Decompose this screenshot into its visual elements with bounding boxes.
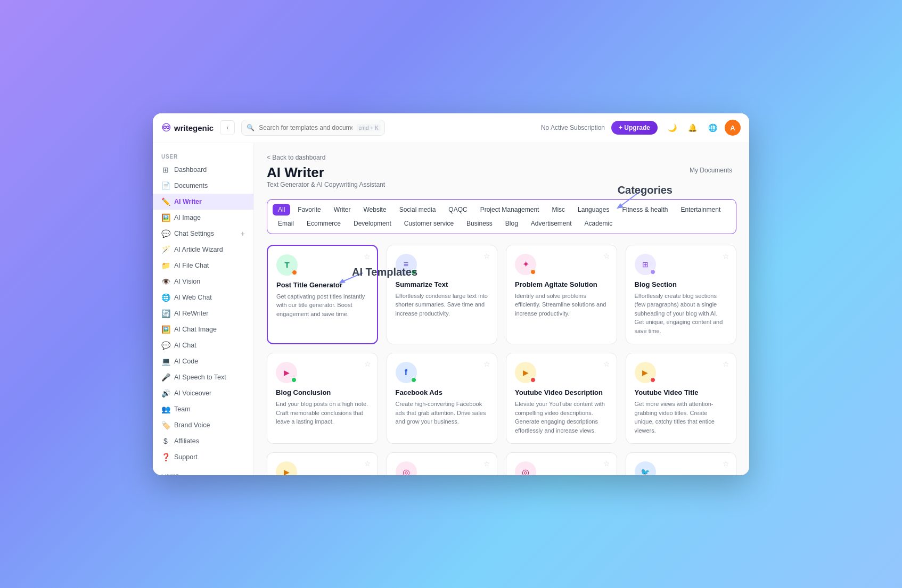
sidebar-item-team[interactable]: 👥 Team [153, 401, 253, 417]
card-icon-instagram-hashtags: ◎ [515, 461, 536, 475]
sidebar-user-label: USER [153, 150, 253, 162]
card-icon-youtube-title: ▶ [635, 362, 656, 383]
sidebar-item-brand-voice[interactable]: 🏷️ Brand Voice [153, 417, 253, 433]
template-card-youtube-video-description[interactable]: ☆ ▶ Youtube Video Description Elevate yo… [506, 353, 617, 444]
template-card-blog-section[interactable]: ☆ ⊞ Blog Section Effortlessly create blo… [626, 245, 737, 345]
sidebar-label-ai-vision: AI Vision [174, 278, 200, 285]
card-desc-blog-conclusion: End your blog posts on a high note. Craf… [276, 400, 369, 426]
ai-chat-image-icon: 🖼️ [161, 325, 170, 334]
categories-bar: All Favorite Writer Website Social media… [267, 199, 736, 234]
template-card-youtube-video-tag[interactable]: ☆ ▶ Youtube Video Tag Improve your YouTu… [267, 452, 378, 475]
template-card-instagram-hashtags[interactable]: ☆ ◎ Instagram Hashtags Boost your Instag… [506, 452, 617, 475]
sidebar-item-ai-writer[interactable]: ✏️ AI Writer [153, 194, 253, 210]
cat-ecommerce[interactable]: Ecommerce [301, 218, 346, 229]
cat-social-media[interactable]: Social media [394, 204, 441, 216]
template-card-instagram-captions[interactable]: ☆ ◎ Instagram Captions Elevate your Inst… [387, 452, 498, 475]
card-icon-letter-summarize-text: ≡ [404, 260, 408, 269]
sidebar-item-dashboard[interactable]: ⊞ Dashboard [153, 162, 253, 178]
sidebar-label-ai-writer: AI Writer [174, 198, 202, 205]
avatar[interactable]: A [725, 120, 741, 136]
card-star-facebook-ads[interactable]: ☆ [483, 360, 490, 368]
cat-favorite[interactable]: Favorite [292, 204, 326, 216]
card-star-youtube-tag[interactable]: ☆ [364, 459, 371, 468]
chat-settings-plus-icon[interactable]: + [241, 229, 245, 238]
cat-writer[interactable]: Writer [329, 204, 356, 216]
template-card-post-title-generator[interactable]: ☆ T Post Title Generator Get captivating… [267, 245, 378, 345]
sidebar: USER ⊞ Dashboard 📄 Documents ✏️ AI Write… [153, 143, 254, 475]
search-bar: 🔍 cmd + K [241, 120, 384, 136]
cat-business[interactable]: Business [461, 218, 498, 229]
ai-rewriter-icon: 🔄 [161, 309, 170, 318]
template-card-blog-conclusion[interactable]: ☆ ▶ Blog Conclusion End your blog posts … [267, 353, 378, 444]
templates-grid: ☆ T Post Title Generator Get captivating… [267, 245, 736, 475]
header-icons: 🌙 🔔 🌐 A [664, 120, 741, 136]
card-star-instagram-hashtags[interactable]: ☆ [603, 459, 610, 468]
card-star-post-title[interactable]: ☆ [364, 252, 371, 261]
card-icon-social-tweet: 🐦 [635, 461, 656, 475]
card-star-summarize-text[interactable]: ☆ [483, 252, 490, 260]
sidebar-item-affiliates[interactable]: $ Affiliates [153, 433, 253, 449]
sidebar-item-ai-file-chat[interactable]: 📁 AI File Chat [153, 258, 253, 274]
card-icon-dot-summarize-text [411, 269, 416, 275]
sidebar-label-ai-code: AI Code [174, 358, 198, 365]
dashboard-icon: ⊞ [161, 165, 170, 174]
template-card-facebook-ads[interactable]: ☆ f Facebook Ads Create high-converting … [387, 353, 498, 444]
template-card-youtube-video-title[interactable]: ☆ ▶ Youtube Video Title Get more views w… [626, 353, 737, 444]
sidebar-item-chat-settings[interactable]: 💬 Chat Settings + [153, 226, 253, 242]
sidebar-item-ai-chat-image[interactable]: 🖼️ AI Chat Image [153, 321, 253, 337]
cat-advertisement[interactable]: Advertisement [526, 218, 577, 229]
sidebar-item-support[interactable]: ❓ Support [153, 449, 253, 465]
card-star-youtube-desc[interactable]: ☆ [603, 360, 610, 368]
sidebar-label-ai-image: AI Image [174, 214, 201, 221]
cat-email[interactable]: Email [273, 218, 299, 229]
card-star-blog-section[interactable]: ☆ [723, 252, 729, 260]
cat-academic[interactable]: Academic [579, 218, 618, 229]
cat-development[interactable]: Development [348, 218, 397, 229]
sidebar-item-documents[interactable]: 📄 Documents [153, 178, 253, 194]
dark-mode-button[interactable]: 🌙 [664, 120, 680, 136]
sidebar-item-ai-code[interactable]: 💻 AI Code [153, 353, 253, 369]
my-documents-button[interactable]: My Documents [685, 164, 736, 176]
sidebar-item-ai-image[interactable]: 🖼️ AI Image [153, 210, 253, 226]
card-title-youtube-desc: Youtube Video Description [515, 388, 608, 396]
sidebar-item-ai-article-wizard[interactable]: 🪄 AI Article Wizard [153, 242, 253, 258]
back-link[interactable]: < Back to dashboard [267, 154, 736, 161]
cat-entertainment[interactable]: Entertainment [676, 204, 726, 216]
cat-blog[interactable]: Blog [500, 218, 523, 229]
card-title-problem-agitate: Problem Agitate Solution [515, 280, 608, 288]
sidebar-item-ai-chat[interactable]: 💬 AI Chat [153, 337, 253, 353]
globe-button[interactable]: 🌐 [704, 120, 720, 136]
template-card-problem-agitate-solution[interactable]: ☆ ✦ Problem Agitate Solution Identify an… [506, 245, 617, 345]
card-desc-facebook-ads: Create high-converting Facebook ads that… [396, 400, 489, 426]
upgrade-button[interactable]: + Upgrade [611, 121, 658, 135]
sidebar-item-ai-speech-to-text[interactable]: 🎤 AI Speech to Text [153, 369, 253, 385]
cat-misc[interactable]: Misc [546, 204, 570, 216]
card-star-youtube-title[interactable]: ☆ [723, 360, 729, 368]
cat-website[interactable]: Website [358, 204, 391, 216]
sidebar-label-documents: Documents [174, 182, 208, 189]
card-star-instagram-captions[interactable]: ☆ [483, 459, 490, 468]
card-star-problem-agitate[interactable]: ☆ [603, 252, 610, 260]
sidebar-item-ai-web-chat[interactable]: 🌐 AI Web Chat [153, 289, 253, 305]
ai-chat-icon: 💬 [161, 341, 170, 350]
template-card-summarize-text[interactable]: ☆ ≡ Summarize Text Effortlessly condense… [387, 245, 498, 345]
card-star-social-tweet[interactable]: ☆ [723, 459, 729, 468]
cat-qaqc[interactable]: QAQC [443, 204, 472, 216]
cat-project-management[interactable]: Project Management [475, 204, 545, 216]
card-icon-blog-section: ⊞ [635, 254, 656, 275]
card-title-youtube-title: Youtube Video Title [635, 388, 728, 396]
sidebar-item-ai-vision[interactable]: 👁️ AI Vision [153, 274, 253, 289]
card-star-blog-conclusion[interactable]: ☆ [364, 360, 371, 368]
search-icon: 🔍 [247, 124, 255, 131]
cat-languages[interactable]: Languages [572, 204, 614, 216]
cat-customer-service[interactable]: Customer service [399, 218, 459, 229]
template-card-social-media-post-tweet[interactable]: ☆ 🐦 Social Media Post Tweet Make an impa… [626, 452, 737, 475]
cat-fitness-health[interactable]: Fitness & health [617, 204, 673, 216]
notifications-button[interactable]: 🔔 [684, 120, 700, 136]
sidebar-item-ai-rewriter[interactable]: 🔄 AI ReWriter [153, 305, 253, 321]
brand-voice-icon: 🏷️ [161, 421, 170, 429]
sidebar-toggle-button[interactable]: ‹ [220, 120, 235, 135]
cat-all[interactable]: All [273, 204, 290, 216]
card-desc-problem-agitate: Identify and solve problems efficiently.… [515, 292, 608, 318]
sidebar-item-ai-voiceover[interactable]: 🔊 AI Voiceover [153, 385, 253, 401]
